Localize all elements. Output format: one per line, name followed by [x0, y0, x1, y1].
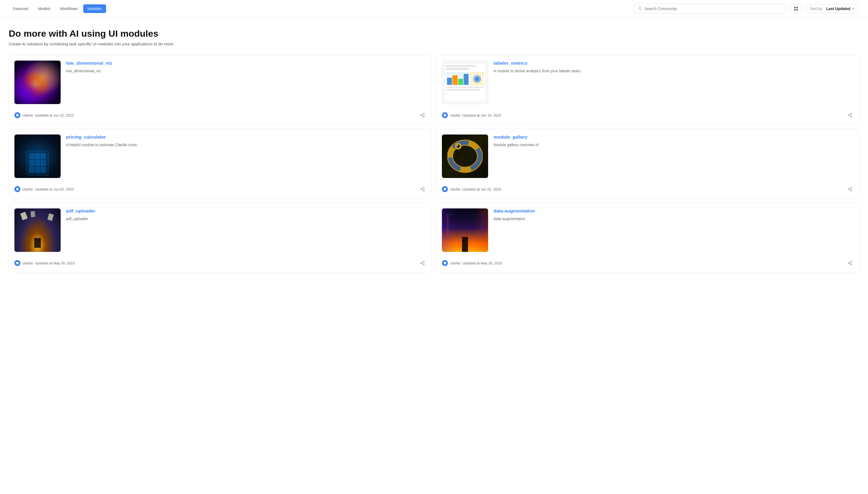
card-pricing_calculator[interactable]: pricing_calculator A helpful module to e… [9, 129, 432, 198]
tab-models[interactable]: Models [34, 4, 55, 13]
card-body: pricing_calculator A helpful module to e… [14, 134, 426, 178]
card-description: A module to derive analytics from your l… [494, 68, 854, 74]
card-author: clarifai [450, 187, 460, 191]
author-logo [14, 112, 20, 118]
card-body: pdf_uploader pdf_uploader [14, 208, 426, 252]
svg-point-42 [851, 261, 852, 263]
svg-point-37 [421, 263, 422, 264]
card-author: clarifai [22, 187, 33, 191]
hero-section: Do more with AI using UI modules Create … [0, 17, 868, 53]
svg-point-20 [421, 189, 422, 190]
card-footer: clarifai Updated at Jun 02, 2023 [14, 182, 426, 193]
card-updated: Updated at May 30, 2023 [463, 261, 502, 265]
svg-point-19 [423, 187, 424, 189]
svg-point-38 [423, 264, 424, 265]
search-box [634, 3, 786, 14]
author-logo [14, 260, 20, 266]
share-button[interactable] [419, 112, 426, 119]
svg-rect-2 [794, 7, 795, 8]
card-updated: Updated at May 30, 2023 [35, 261, 75, 265]
card-info: pricing_calculator A helpful module to e… [66, 134, 426, 178]
card-title[interactable]: pricing_calculator [66, 134, 426, 140]
card-title[interactable]: labeler_metrics [494, 61, 854, 66]
card-description: pdf_uploader [66, 216, 426, 222]
card-updated: Updated at Jun 02, 2023 [35, 187, 74, 191]
card-module_gallery[interactable]: module_gallery Module gallery overview o… [436, 129, 859, 198]
card-description: Module gallery overview of. [494, 142, 854, 148]
svg-point-9 [423, 116, 424, 117]
card-title[interactable]: low_dimensional_viz [66, 61, 426, 66]
card-meta: clarifai Updated at Jun 22, 2023 [14, 112, 74, 118]
share-button[interactable] [847, 260, 854, 267]
card-meta: clarifai Updated at Jun 02, 2023 [14, 186, 74, 192]
card-thumbnail [442, 134, 488, 178]
search-icon [638, 6, 642, 12]
svg-point-31 [848, 189, 850, 190]
card-body: module_gallery Module gallery overview o… [442, 134, 854, 178]
card-description: low_dimensional_viz [66, 68, 426, 74]
card-thumbnail [442, 61, 488, 104]
card-body: data-augmentation data-augmentation [442, 208, 854, 252]
card-info: pdf_uploader pdf_uploader [66, 208, 426, 252]
card-pdf_uploader[interactable]: pdf_uploader pdf_uploader clarifai Updat… [9, 203, 432, 272]
search-input[interactable] [645, 6, 782, 11]
tab-modules[interactable]: Modules [83, 4, 106, 13]
share-button[interactable] [847, 112, 854, 119]
card-info: module_gallery Module gallery overview o… [494, 134, 854, 178]
sort-label: Sort by: [810, 6, 823, 11]
svg-point-41 [444, 262, 446, 264]
svg-rect-5 [796, 9, 798, 10]
author-logo [442, 260, 448, 266]
svg-line-34 [849, 188, 851, 189]
share-button[interactable] [847, 186, 854, 193]
card-info: data-augmentation data-augmentation [494, 208, 854, 252]
card-author: clarifai [22, 261, 33, 265]
svg-point-13 [851, 113, 852, 115]
svg-point-8 [421, 115, 422, 116]
svg-point-32 [851, 190, 852, 191]
card-info: labeler_metrics A module to derive analy… [494, 61, 854, 104]
card-thumbnail [14, 208, 61, 252]
card-title[interactable]: module_gallery [494, 134, 854, 140]
share-button[interactable] [419, 260, 426, 267]
svg-point-6 [16, 114, 18, 116]
page-subtitle: Create AI solutions by combining task sp… [9, 42, 859, 46]
svg-point-7 [423, 113, 424, 115]
card-author: clarifai [450, 261, 460, 265]
svg-point-30 [851, 187, 852, 189]
card-description: data-augmentation [494, 216, 854, 222]
grid-toggle-button[interactable] [791, 4, 801, 14]
card-meta: clarifai Updated at Jun 16, 2023 [442, 112, 501, 118]
card-data_augmentation[interactable]: data-augmentation data-augmentation clar… [436, 203, 859, 272]
card-meta: clarifai Updated at May 30, 2023 [442, 260, 502, 266]
svg-point-44 [851, 264, 852, 265]
card-author: clarifai [450, 113, 460, 117]
svg-line-16 [849, 115, 851, 116]
card-low_dimensional_viz[interactable]: low_dimensional_viz low_dimensional_viz … [9, 55, 432, 125]
svg-point-0 [639, 6, 642, 10]
svg-line-11 [422, 114, 423, 115]
author-logo [14, 186, 20, 192]
tab-workflows[interactable]: Workflows [56, 4, 82, 13]
svg-point-43 [848, 263, 850, 264]
sort-button[interactable]: Sort by: Last Updated [806, 4, 859, 13]
card-info: low_dimensional_viz low_dimensional_viz [66, 61, 426, 104]
svg-point-21 [423, 190, 424, 191]
card-footer: clarifai Updated at May 30, 2023 [14, 256, 426, 267]
card-updated: Updated at Jun 16, 2023 [463, 113, 501, 117]
svg-point-28 [457, 145, 458, 146]
card-footer: clarifai Updated at May 30, 2023 [442, 256, 854, 267]
card-updated: Updated at Jun 01, 2023 [463, 187, 501, 191]
card-body: labeler_metrics A module to derive analy… [442, 61, 854, 104]
card-footer: clarifai Updated at Jun 16, 2023 [442, 109, 854, 119]
svg-point-29 [444, 188, 446, 190]
svg-line-39 [422, 263, 423, 264]
tab-featured[interactable]: Featured [9, 4, 33, 13]
card-title[interactable]: data-augmentation [494, 208, 854, 214]
card-footer: clarifai Updated at Jun 22, 2023 [14, 109, 426, 119]
card-labeler_metrics[interactable]: labeler_metrics A module to derive analy… [436, 55, 859, 125]
svg-line-10 [422, 115, 423, 116]
card-title[interactable]: pdf_uploader [66, 208, 426, 214]
share-button[interactable] [419, 186, 426, 193]
page-title: Do more with AI using UI modules [9, 28, 859, 39]
